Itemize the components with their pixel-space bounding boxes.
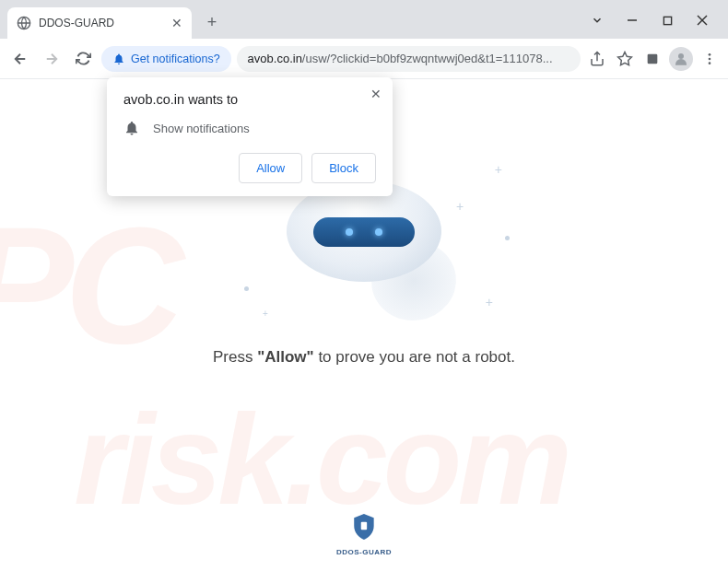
- new-tab-button[interactable]: +: [199, 9, 225, 35]
- close-icon[interactable]: ✕: [370, 87, 382, 101]
- minimize-button[interactable]: [623, 11, 641, 29]
- globe-icon: [17, 16, 31, 30]
- extensions-icon[interactable]: [641, 48, 663, 70]
- brand-label: DDOS-GUARD: [336, 548, 392, 556]
- browser-toolbar: Get notifications? avob.co.in/usw/?click…: [0, 39, 728, 79]
- svg-point-8: [709, 57, 711, 60]
- notification-chip[interactable]: Get notifications?: [101, 46, 231, 72]
- tab-title: DDOS-GUARD: [39, 17, 164, 29]
- url-domain: avob.co.in: [248, 52, 302, 65]
- back-button[interactable]: [7, 46, 33, 72]
- profile-avatar[interactable]: [669, 47, 693, 71]
- prompt-text: Press "Allow" to prove you are not a rob…: [0, 348, 728, 367]
- forward-button[interactable]: [39, 46, 65, 72]
- browser-titlebar: DDOS-GUARD ✕ +: [0, 0, 728, 39]
- close-window-button[interactable]: [693, 11, 711, 29]
- notification-permission-row: Show notifications: [123, 120, 376, 136]
- share-icon[interactable]: [586, 48, 608, 70]
- chevron-down-icon[interactable]: [588, 11, 606, 29]
- footer-brand: DDOS-GUARD: [336, 513, 392, 556]
- close-tab-icon[interactable]: ✕: [171, 16, 182, 30]
- block-button[interactable]: Block: [311, 153, 376, 183]
- svg-rect-2: [663, 17, 671, 24]
- bell-icon: [112, 52, 125, 65]
- watermark-text: risk.com: [74, 385, 568, 534]
- shield-icon: [352, 513, 376, 541]
- svg-point-7: [709, 53, 711, 56]
- address-bar[interactable]: avob.co.in/usw/?clickid=b0bf9zwqntwwj0ed…: [237, 46, 581, 72]
- svg-rect-5: [648, 53, 658, 64]
- browser-tab[interactable]: DDOS-GUARD ✕: [7, 7, 192, 39]
- svg-point-6: [678, 53, 684, 59]
- allow-button[interactable]: Allow: [239, 153, 302, 183]
- maximize-button[interactable]: [658, 11, 676, 29]
- svg-rect-10: [361, 522, 367, 530]
- permission-label: Show notifications: [153, 122, 250, 135]
- svg-point-9: [709, 62, 711, 64]
- url-path: /usw/?clickid=b0bf9zwqntwwj0ed&t1=111078…: [302, 52, 553, 65]
- notification-title: avob.co.in wants to: [123, 92, 376, 107]
- menu-icon[interactable]: [699, 48, 721, 70]
- reload-button[interactable]: [70, 46, 96, 72]
- bell-icon: [123, 120, 140, 136]
- notification-permission-popup: ✕ avob.co.in wants to Show notifications…: [107, 77, 393, 196]
- bookmark-star-icon[interactable]: [614, 48, 636, 70]
- notification-chip-label: Get notifications?: [131, 52, 220, 65]
